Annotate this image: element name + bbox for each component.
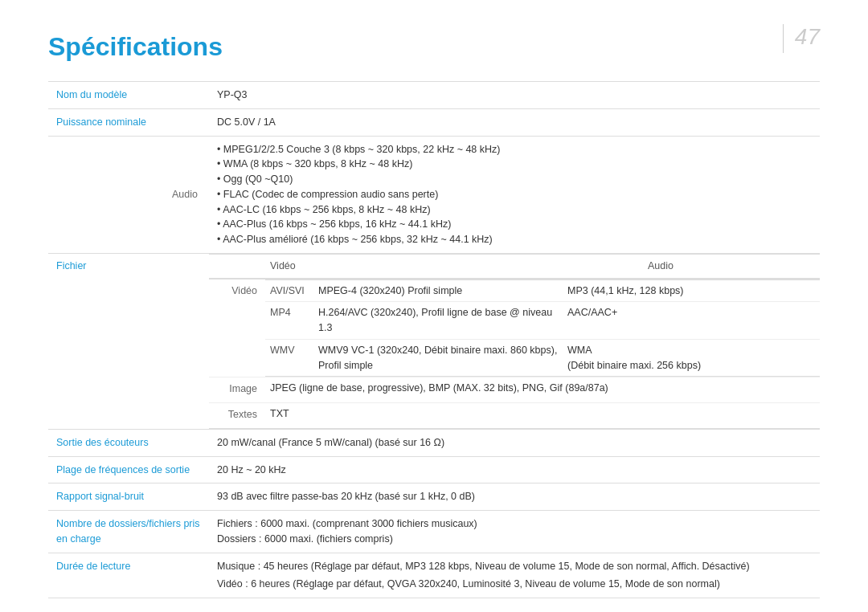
row-label-nombre: Nombre de dossiers/fichiers pris en char… [48, 511, 209, 553]
value-line: Vidéo : 6 heures (Réglage par défaut, QV… [217, 577, 812, 592]
row-value-audio: • MPEG1/2/2.5 Couche 3 (8 kbps ~ 320 kbp… [209, 136, 820, 253]
table-row: Puissance nominale DC 5.0V / 1A [48, 108, 820, 136]
fichier-header-audio: Audio [643, 254, 820, 278]
row-value-duree: Musique : 45 heures (Réglage par défaut,… [209, 553, 820, 598]
row-value-rapport: 93 dB avec filtre passe-bas 20 kHz (basé… [209, 483, 820, 511]
row-value-nombre: Fichiers : 6000 maxi. (comprenant 3000 f… [209, 511, 820, 553]
row-label-puissance: Puissance nominale [48, 108, 209, 136]
table-row: Sortie des écouteurs 20 mW/canal (France… [48, 429, 820, 456]
fichier-header-row: Vidéo Audio [209, 254, 820, 278]
fichier-header-video: Vidéo [265, 254, 643, 278]
list-item: WMV WMV9 VC-1 (320x240, Débit binaire ma… [265, 339, 820, 377]
fichier-header-spacer [209, 254, 265, 278]
page-number-decoration: 47 [783, 24, 820, 53]
audio-bullet: • AAC-Plus amélioré (16 kbps ~ 256 kbps,… [217, 232, 812, 247]
video-type-mp4: MP4 [265, 302, 313, 340]
list-item: Textes TXT [209, 403, 820, 429]
audio-bullet: • Ogg (Q0 ~Q10) [217, 172, 812, 187]
fichier-video-row: Vidéo AVI/SVI MPEG-4 (320x240) Profil si… [209, 279, 820, 377]
audio-bullet: • AAC-Plus (16 kbps ~ 256 kbps, 16 kHz ~… [217, 217, 812, 232]
list-item: MP4 H.264/AVC (320x240), Profil ligne de… [265, 302, 820, 340]
video-desc-mp4: H.264/AVC (320x240), Profil ligne de bas… [313, 302, 563, 340]
audio-desc-wmv: WMA(Débit binaire maxi. 256 kbps) [563, 339, 820, 377]
fichier-image-value: JPEG (ligne de base, progressive), BMP (… [265, 377, 820, 403]
page-title: Spécifications [48, 32, 820, 62]
row-value-plage: 20 Hz ~ 20 kHz [209, 456, 820, 483]
table-row: Rapport signal-bruit 93 dB avec filtre p… [48, 483, 820, 511]
list-item: Image JPEG (ligne de base, progressive),… [209, 377, 820, 403]
table-row-audio: Audio • MPEG1/2/2.5 Couche 3 (8 kbps ~ 3… [48, 136, 820, 253]
value-line: Dossiers : 6000 maxi. (fichiers compris) [217, 532, 812, 547]
video-desc-avisvi: MPEG-4 (320x240) Profil simple [313, 279, 563, 302]
fichier-header-table: Vidéo Audio [209, 254, 820, 279]
fichier-video-table: Vidéo AVI/SVI MPEG-4 (320x240) Profil si… [209, 279, 820, 429]
table-row: Plage de fréquences de sortie 20 Hz ~ 20… [48, 456, 820, 483]
row-value-nom-modele: YP-Q3 [209, 82, 820, 109]
table-row: Nombre de dossiers/fichiers pris en char… [48, 511, 820, 553]
video-type-avisvi: AVI/SVI [265, 279, 313, 302]
row-label-duree: Durée de lecture [48, 553, 209, 598]
row-value-puissance: DC 5.0V / 1A [209, 108, 820, 136]
row-sublabel-audio: Audio [48, 136, 209, 253]
specs-table: Nom du modèle YP-Q3 Puissance nominale D… [48, 81, 820, 598]
page-number: 47 [795, 24, 820, 49]
fichier-textes-label: Textes [209, 403, 265, 429]
row-label-nom-modele: Nom du modèle [48, 82, 209, 109]
row-label-rapport: Rapport signal-bruit [48, 483, 209, 511]
value-line: Fichiers : 6000 maxi. (comprenant 3000 f… [217, 516, 812, 532]
row-value-sortie: 20 mW/canal (France 5 mW/canal) (basé su… [209, 429, 820, 456]
audio-bullet: • AAC-LC (16 kbps ~ 256 kbps, 8 kHz ~ 48… [217, 202, 812, 218]
fichier-video-sublabel: Vidéo [209, 279, 265, 377]
table-row: Nom du modèle YP-Q3 [48, 82, 820, 109]
row-label-fichier: Fichier [48, 253, 209, 429]
row-label-sortie: Sortie des écouteurs [48, 429, 209, 456]
table-row-fichier: Fichier Vidéo Audio Vidéo [48, 253, 820, 429]
video-type-wmv: WMV [265, 339, 313, 377]
row-label-plage: Plage de fréquences de sortie [48, 456, 209, 483]
audio-bullet: • MPEG1/2/2.5 Couche 3 (8 kbps ~ 320 kbp… [217, 142, 812, 157]
table-row: Durée de lecture Musique : 45 heures (Ré… [48, 553, 820, 598]
audio-desc-mp4: AAC/AAC+ [563, 302, 820, 340]
audio-desc-avisvi: MP3 (44,1 kHz, 128 kbps) [563, 279, 820, 302]
audio-bullet: • FLAC (Codec de compression audio sans … [217, 187, 812, 202]
audio-bullet: • WMA (8 kbps ~ 320 kbps, 8 kHz ~ 48 kHz… [217, 157, 812, 172]
fichier-textes-value: TXT [265, 403, 820, 429]
row-value-fichier: Vidéo Audio Vidéo AVI/SVI MPE [209, 253, 820, 429]
fichier-image-label: Image [209, 377, 265, 403]
value-line: Musique : 45 heures (Réglage par défaut,… [217, 559, 812, 574]
list-item: AVI/SVI MPEG-4 (320x240) Profil simple M… [265, 279, 820, 302]
fichier-video-rows-cell: AVI/SVI MPEG-4 (320x240) Profil simple M… [265, 279, 820, 377]
video-desc-wmv: WMV9 VC-1 (320x240, Débit binaire maxi. … [313, 339, 563, 377]
fichier-video-inner: AVI/SVI MPEG-4 (320x240) Profil simple M… [265, 279, 820, 377]
